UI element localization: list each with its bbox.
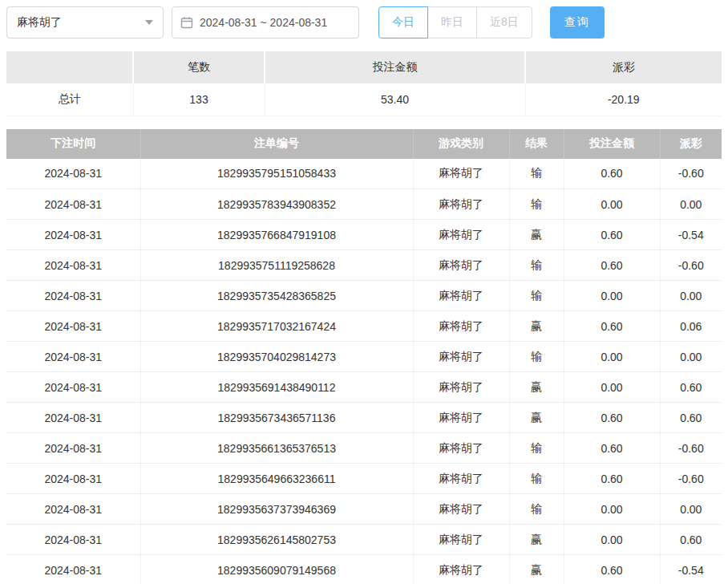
cell-game: 麻将胡了 [413, 433, 509, 464]
table-row: 2024-08-31 1829935751119258628 麻将胡了 输 0.… [6, 250, 722, 281]
cell-result: 赢 [509, 311, 564, 342]
table-row: 2024-08-31 1829935637373946369 麻将胡了 输 0.… [6, 494, 722, 525]
cell-id: 1829935704029814273 [140, 342, 413, 372]
calendar-icon [180, 16, 193, 29]
cell-amount: 0.60 [564, 403, 660, 433]
game-select-value: 麻将胡了 [17, 15, 62, 30]
cell-id: 1829935717032167424 [140, 311, 413, 342]
summary-table: 笔数 投注金额 派彩 总计 133 53.40 -20.19 [6, 51, 722, 116]
cell-amount: 0.00 [564, 342, 660, 372]
cell-result: 输 [509, 433, 564, 464]
quick-range-buttons: 今日 昨日 近8日 [378, 6, 532, 39]
table-row: 2024-08-31 1829935704029814273 麻将胡了 输 0.… [6, 342, 722, 372]
cell-payout: 0.00 [660, 281, 722, 311]
cell-game: 麻将胡了 [413, 220, 509, 250]
cell-game: 麻将胡了 [413, 494, 509, 525]
query-button[interactable]: 查询 [550, 6, 605, 39]
cell-date: 2024-08-31 [6, 220, 140, 250]
cell-id: 1829935691438490112 [140, 372, 413, 403]
cell-result: 输 [509, 464, 564, 494]
yesterday-button[interactable]: 昨日 [427, 6, 477, 39]
cell-payout: 0.00 [660, 494, 722, 525]
date-range-value: 2024-08-31 ~ 2024-08-31 [200, 16, 327, 29]
summary-header-payout: 派彩 [525, 51, 722, 83]
cell-amount: 0.60 [564, 311, 660, 342]
cell-game: 麻将胡了 [413, 372, 509, 403]
cell-game: 麻将胡了 [413, 250, 509, 281]
date-range-picker[interactable]: 2024-08-31 ~ 2024-08-31 [172, 6, 359, 39]
summary-header-count: 笔数 [133, 51, 265, 83]
header-payout: 派彩 [660, 129, 722, 159]
cell-id: 1829935609079149568 [140, 555, 413, 584]
cell-amount: 0.60 [564, 555, 660, 584]
summary-total-payout: -20.19 [525, 83, 722, 116]
cell-date: 2024-08-31 [6, 403, 140, 433]
cell-game: 麻将胡了 [413, 189, 509, 220]
cell-result: 输 [509, 342, 564, 372]
cell-amount: 0.60 [564, 220, 660, 250]
cell-amount: 0.00 [564, 494, 660, 525]
table-row: 2024-08-31 1829935766847919108 麻将胡了 赢 0.… [6, 220, 722, 250]
cell-id: 1829935626145802753 [140, 525, 413, 555]
bet-table-header-row: 下注时间 注单编号 游戏类别 结果 投注金额 派彩 [6, 129, 722, 159]
cell-game: 麻将胡了 [413, 311, 509, 342]
cell-date: 2024-08-31 [6, 555, 140, 584]
cell-date: 2024-08-31 [6, 311, 140, 342]
cell-result: 赢 [509, 220, 564, 250]
cell-payout: 0.00 [660, 342, 722, 372]
cell-date: 2024-08-31 [6, 433, 140, 464]
cell-payout: 0.60 [660, 403, 722, 433]
bet-table-body: 2024-08-31 1829935795151058433 麻将胡了 输 0.… [6, 159, 722, 584]
header-bet-amount: 投注金额 [564, 129, 660, 159]
cell-amount: 0.60 [564, 433, 660, 464]
summary-header-blank [6, 51, 133, 83]
cell-amount: 0.00 [564, 525, 660, 555]
cell-date: 2024-08-31 [6, 159, 140, 189]
last-8-days-button[interactable]: 近8日 [476, 6, 532, 39]
page: 麻将胡了 2024-08-31 ~ 2024-08-31 今日 昨日 近8日 查… [0, 0, 728, 584]
cell-amount: 0.00 [564, 372, 660, 403]
toolbar: 麻将胡了 2024-08-31 ~ 2024-08-31 今日 昨日 近8日 查… [6, 6, 722, 39]
cell-id: 1829935766847919108 [140, 220, 413, 250]
cell-id: 1829935795151058433 [140, 159, 413, 189]
cell-result: 输 [509, 281, 564, 311]
cell-id: 1829935735428365825 [140, 281, 413, 311]
cell-game: 麻将胡了 [413, 281, 509, 311]
summary-total-count: 133 [133, 83, 265, 116]
cell-result: 赢 [509, 525, 564, 555]
cell-amount: 0.60 [564, 159, 660, 189]
table-row: 2024-08-31 1829935735428365825 麻将胡了 输 0.… [6, 281, 722, 311]
table-row: 2024-08-31 1829935795151058433 麻将胡了 输 0.… [6, 159, 722, 189]
cell-payout: 0.60 [660, 525, 722, 555]
summary-header-bet-amount: 投注金额 [265, 51, 525, 83]
cell-amount: 0.00 [564, 281, 660, 311]
table-row: 2024-08-31 1829935783943908352 麻将胡了 输 0.… [6, 189, 722, 220]
table-row: 2024-08-31 1829935673436571136 麻将胡了 赢 0.… [6, 403, 722, 433]
cell-payout: -0.60 [660, 433, 722, 464]
cell-result: 赢 [509, 372, 564, 403]
cell-result: 输 [509, 189, 564, 220]
cell-date: 2024-08-31 [6, 250, 140, 281]
cell-game: 麻将胡了 [413, 525, 509, 555]
today-button[interactable]: 今日 [378, 6, 428, 39]
summary-total-label: 总计 [6, 83, 133, 116]
cell-id: 1829935637373946369 [140, 494, 413, 525]
summary-total-bet-amount: 53.40 [265, 83, 525, 116]
cell-result: 输 [509, 250, 564, 281]
cell-amount: 0.60 [564, 464, 660, 494]
cell-game: 麻将胡了 [413, 342, 509, 372]
cell-amount: 0.60 [564, 250, 660, 281]
cell-result: 赢 [509, 403, 564, 433]
cell-id: 1829935661365376513 [140, 433, 413, 464]
game-select[interactable]: 麻将胡了 [6, 6, 164, 39]
table-row: 2024-08-31 1829935649663236611 麻将胡了 输 0.… [6, 464, 722, 494]
cell-date: 2024-08-31 [6, 464, 140, 494]
cell-game: 麻将胡了 [413, 403, 509, 433]
table-row: 2024-08-31 1829935626145802753 麻将胡了 赢 0.… [6, 525, 722, 555]
header-game-type: 游戏类别 [413, 129, 509, 159]
table-row: 2024-08-31 1829935717032167424 麻将胡了 赢 0.… [6, 311, 722, 342]
cell-result: 赢 [509, 555, 564, 584]
cell-result: 输 [509, 159, 564, 189]
cell-id: 1829935673436571136 [140, 403, 413, 433]
cell-id: 1829935783943908352 [140, 189, 413, 220]
